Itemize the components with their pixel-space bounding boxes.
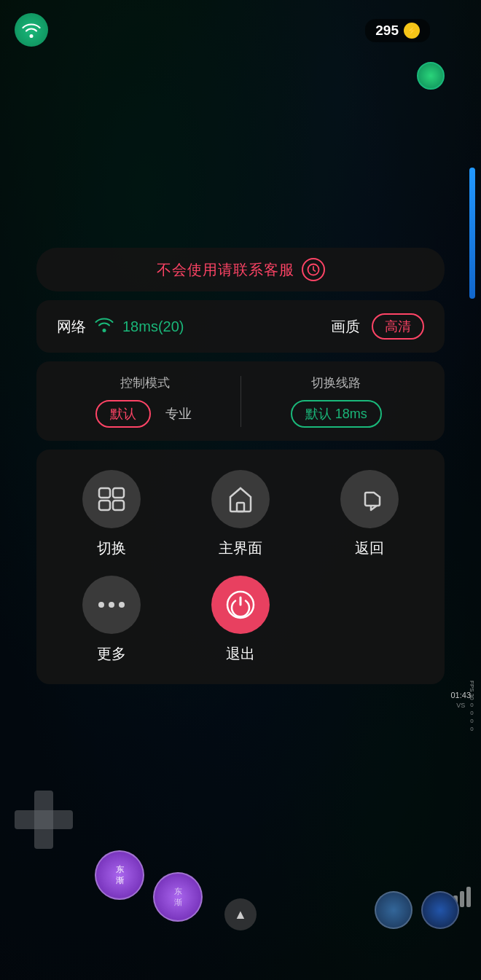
coin-icon: ⚡ — [404, 23, 420, 39]
quality-info: 画质 高清 — [331, 313, 424, 340]
svg-rect-3 — [99, 501, 110, 510]
control-mode-title: 控制模式 — [120, 375, 170, 391]
control-switch-panel: 控制模式 默认 专业 切换线路 默认 18ms — [36, 361, 445, 441]
network-label: 网络 — [57, 317, 86, 337]
fps-text: FPS 30 — [469, 681, 475, 700]
time-text: 01:43 — [450, 690, 471, 701]
exit-icon-circle — [211, 576, 270, 634]
control-default-tag[interactable]: 默认 — [95, 400, 151, 428]
more-label: 更多 — [97, 644, 126, 664]
empty-cell — [308, 576, 430, 664]
svg-point-6 — [98, 602, 104, 608]
control-mode-options: 默认 专业 — [95, 400, 195, 428]
svg-rect-1 — [99, 488, 110, 498]
right-progress-bar — [469, 168, 475, 299]
notice-text: 不会使用请联系客服 — [157, 260, 294, 280]
bottom-right-chars — [375, 891, 459, 929]
bar3 — [460, 891, 464, 907]
back-icon-circle — [340, 470, 399, 528]
dpad-v — [34, 791, 53, 849]
score-box: 295 ⚡ — [365, 19, 430, 42]
bottom-chevron[interactable]: ▲ — [224, 898, 257, 930]
hud-avatar — [417, 62, 445, 90]
network-info: 网络 18ms(20) — [57, 316, 184, 337]
bar4 — [466, 887, 471, 907]
control-mode-section: 控制模式 默认 专业 — [57, 375, 233, 428]
home-button[interactable]: 主界面 — [180, 470, 302, 558]
fps-display: FPS 30 0 0 0 0 — [469, 681, 475, 732]
network-quality-panel: 网络 18ms(20) 画质 高清 — [36, 300, 445, 353]
switch-button[interactable]: 切换 — [51, 470, 173, 558]
wifi-icon — [15, 13, 48, 47]
switch-label: 切换 — [97, 538, 126, 558]
switch-line-section: 切换线路 默认 18ms — [249, 375, 425, 428]
exit-button[interactable]: 退出 — [180, 576, 302, 664]
back-label: 返回 — [355, 538, 384, 558]
network-wifi-icon — [95, 316, 114, 337]
svg-point-7 — [109, 602, 114, 608]
quality-label: 画质 — [331, 317, 360, 337]
status-bar — [15, 13, 51, 50]
score-value: 295 — [375, 23, 399, 39]
stat1: 0 — [470, 702, 473, 708]
notice-icon — [302, 258, 325, 281]
quality-value: 高清 — [372, 313, 424, 340]
bottom-char-2: 东渐 — [153, 872, 203, 922]
svg-point-8 — [119, 602, 125, 608]
home-icon-circle — [211, 470, 270, 528]
back-button[interactable]: 返回 — [308, 470, 430, 558]
svg-rect-4 — [113, 501, 124, 510]
player-avatar — [417, 62, 445, 90]
char-icon-1 — [375, 891, 412, 929]
stat4: 0 — [470, 726, 473, 732]
exit-label: 退出 — [226, 644, 255, 664]
svg-rect-2 — [113, 488, 124, 498]
more-icon-circle — [82, 576, 141, 634]
time-display: 01:43 VS — [450, 690, 471, 710]
switch-line-title: 切换线路 — [311, 375, 361, 391]
actions-panel: 切换 主界面 返回 — [36, 450, 445, 684]
vs-text: VS — [450, 701, 471, 710]
control-pro-tag[interactable]: 专业 — [163, 401, 195, 426]
switch-line-options: 默认 18ms — [291, 400, 382, 428]
svg-rect-5 — [237, 503, 244, 511]
dpad-hint — [15, 791, 73, 849]
switch-line-default-tag[interactable]: 默认 18ms — [291, 400, 382, 428]
stat3: 0 — [470, 718, 473, 724]
more-button[interactable]: 更多 — [51, 576, 173, 664]
home-label: 主界面 — [219, 538, 262, 558]
modal-container: 不会使用请联系客服 网络 18ms(20) 画质 高清 — [36, 248, 445, 684]
control-divider — [240, 376, 241, 427]
char-icon-2 — [421, 891, 459, 929]
hud-score-area: 295 ⚡ — [365, 19, 430, 42]
bottom-char-1: 东渐 — [95, 850, 144, 900]
switch-icon-circle — [82, 470, 141, 528]
ping-value: 18ms(20) — [122, 318, 184, 335]
stat2: 0 — [470, 710, 473, 716]
notice-banner: 不会使用请联系客服 — [36, 248, 445, 291]
